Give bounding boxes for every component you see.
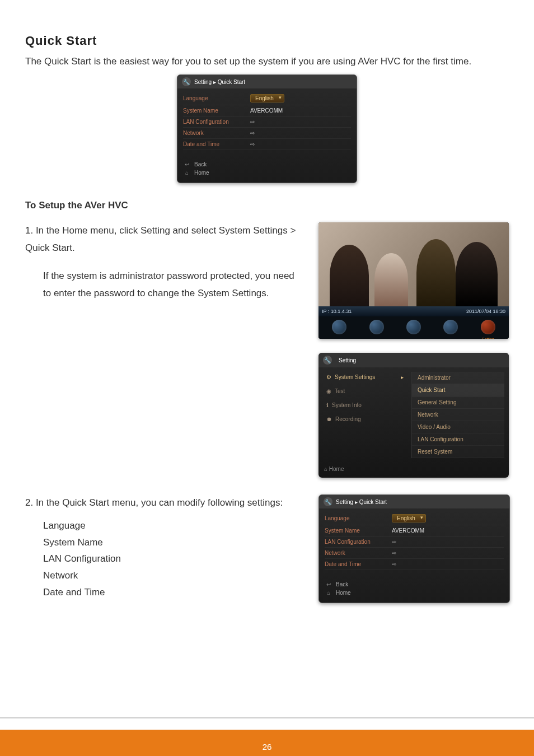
row-datetime-label: Date and Time	[183, 141, 250, 147]
menu-cat-test[interactable]: ◉Test	[323, 386, 407, 396]
page-footer: 26	[0, 730, 534, 756]
bullet-date-time: Date and Time	[43, 584, 302, 601]
row-systemname-label: System Name	[183, 108, 250, 114]
arrow-right-icon[interactable]: ⇨	[392, 550, 396, 556]
menu-cat-recording[interactable]: ⏺Recording	[323, 414, 407, 424]
home-button[interactable]: Home	[336, 590, 351, 596]
back-icon: ↩	[183, 161, 191, 167]
quickstart-breadcrumb: Setting ▸ Quick Start	[336, 499, 387, 505]
ip-label: IP : 10.1.4.31	[322, 309, 352, 314]
language-dropdown[interactable]: English	[392, 514, 426, 522]
page-title: Quick Start	[25, 34, 509, 48]
row-datetime-label: Date and Time	[325, 561, 392, 567]
menu-cat-system-info[interactable]: ℹSystem Info	[323, 400, 407, 410]
setup-subheading: To Setup the AVer HVC	[25, 200, 509, 211]
home-menu-icon-3[interactable]	[406, 320, 421, 334]
row-network-label: Network	[183, 130, 250, 136]
arrow-right-icon[interactable]: ⇨	[392, 561, 396, 567]
home-menu-setting-icon[interactable]: Setting	[481, 320, 495, 334]
row-systemname-label: System Name	[325, 528, 392, 534]
step-2-text: 2. In the Quick Start menu, you can modi…	[25, 494, 302, 512]
bullet-network: Network	[43, 567, 302, 584]
submenu-video-audio[interactable]: Video / Audio	[412, 421, 504, 433]
page-number: 26	[263, 742, 272, 752]
menu-home-button[interactable]: Home	[329, 466, 344, 472]
wrench-icon: 🔧	[324, 497, 332, 506]
submenu-quick-start[interactable]: Quick Start	[412, 384, 504, 396]
setting-menu-title: Setting	[339, 357, 356, 363]
gear-icon: ⚙	[326, 374, 331, 380]
row-network-label: Network	[325, 550, 392, 556]
intro-paragraph: The Quick Start is the easiest way for y…	[25, 54, 509, 69]
row-language-label: Language	[183, 95, 250, 101]
quickstart-screenshot-bottom: 🔧 Setting ▸ Quick Start Language English…	[318, 494, 510, 603]
setting-icon-label: Setting	[482, 337, 494, 339]
home-icon: ⌂	[325, 590, 332, 596]
arrow-right-icon[interactable]: ⇨	[250, 141, 255, 147]
row-language-label: Language	[325, 515, 392, 521]
system-name-value[interactable]: AVERCOMM	[250, 108, 283, 114]
record-icon: ⏺	[326, 416, 332, 422]
bullet-language: Language	[43, 517, 302, 534]
system-name-value[interactable]: AVERCOMM	[392, 528, 424, 534]
bullet-lan-config: LAN Configuration	[43, 550, 302, 567]
home-icon: ⌂	[324, 466, 327, 472]
submenu-general-setting[interactable]: General Setting	[412, 396, 504, 409]
home-menu-icon-2[interactable]	[369, 320, 384, 334]
submenu-administrator[interactable]: Administrator	[412, 372, 504, 384]
submenu-lan-configuration[interactable]: LAN Configuration	[412, 433, 504, 446]
arrow-right-icon[interactable]: ⇨	[250, 130, 255, 136]
back-button[interactable]: Back	[336, 581, 348, 587]
step-1-text: 1. In the Home menu, click Setting and s…	[25, 222, 302, 256]
back-icon: ↩	[325, 581, 332, 587]
quickstart-breadcrumb: Setting ▸ Quick Start	[194, 79, 245, 85]
info-icon: ℹ	[326, 402, 329, 408]
home-menu-icon-1[interactable]	[332, 320, 346, 334]
timestamp-label: 2011/07/04 18:30	[466, 309, 505, 314]
footer-divider	[0, 717, 534, 718]
wrench-icon: 🔧	[182, 77, 191, 86]
home-menu-icon-4[interactable]	[443, 320, 458, 334]
language-dropdown[interactable]: English	[250, 94, 284, 102]
circle-icon: ◉	[326, 388, 331, 394]
home-icon: ⌂	[183, 170, 191, 176]
home-button[interactable]: Home	[194, 170, 209, 176]
quickstart-screenshot-top: 🔧 Setting ▸ Quick Start Language English…	[177, 74, 357, 183]
back-button[interactable]: Back	[194, 161, 207, 167]
bullet-system-name: System Name	[43, 534, 302, 551]
arrow-right-icon[interactable]: ⇨	[392, 539, 396, 545]
arrow-right-icon[interactable]: ⇨	[250, 119, 255, 125]
row-lan-label: LAN Configuration	[325, 539, 392, 545]
menu-cat-system-settings[interactable]: ⚙System Settings▸	[323, 372, 407, 382]
step-1-note: If the system is administrator password …	[25, 268, 302, 302]
row-lan-label: LAN Configuration	[183, 119, 250, 125]
submenu-reset-system[interactable]: Reset System	[412, 446, 504, 458]
wrench-icon: 🔧	[323, 356, 332, 365]
setting-menu-screenshot: 🔧 Setting ⚙System Settings▸ ◉Test ℹSyste…	[318, 353, 509, 478]
home-screen-screenshot: IP : 10.1.4.31 2011/07/04 18:30 Setting	[318, 222, 509, 339]
submenu-network[interactable]: Network	[412, 409, 504, 421]
